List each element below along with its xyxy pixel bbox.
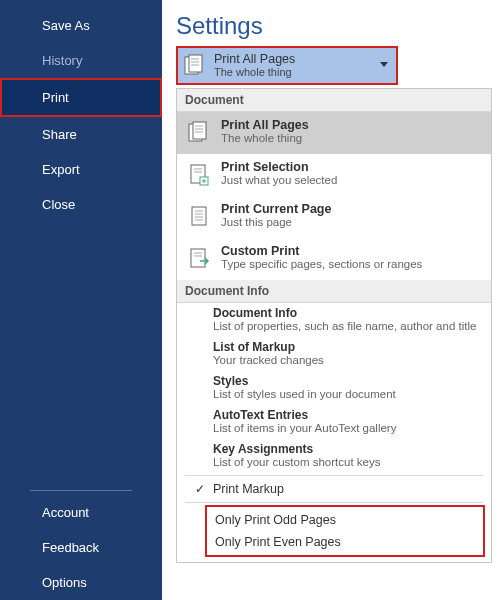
option-title: Print All Pages [221, 118, 309, 132]
option-subtitle: List of properties, such as file name, a… [213, 320, 491, 332]
option-title: Print Markup [213, 482, 284, 496]
sidebar-item-options[interactable]: Options [0, 565, 162, 600]
sidebar-item-share[interactable]: Share [0, 117, 162, 152]
sidebar-item-print[interactable]: Print [0, 78, 162, 117]
sidebar-item-history[interactable]: History [0, 43, 162, 78]
option-title: Custom Print [221, 244, 422, 258]
svg-rect-6 [193, 122, 206, 139]
pages-icon [185, 118, 213, 148]
option-title: Document Info [213, 306, 491, 320]
print-what-dropdown: Document Print All Pages The whole thing… [176, 88, 492, 563]
option-print-markup[interactable]: ✓ Print Markup [177, 478, 491, 500]
sidebar-divider [30, 490, 132, 491]
svg-rect-1 [189, 55, 202, 72]
odd-even-highlight-box: Only Print Odd Pages Only Print Even Pag… [205, 505, 485, 557]
option-subtitle: Just this page [221, 216, 331, 228]
dropdown-divider [185, 475, 483, 476]
selector-title: Print All Pages [214, 52, 295, 66]
page-single-icon [185, 202, 213, 232]
option-title: List of Markup [213, 340, 491, 354]
group-header-document: Document [177, 89, 491, 112]
page-plus-icon [185, 160, 213, 190]
main-panel: Settings Print All Pages The whole thing… [162, 0, 500, 600]
page-arrow-icon [185, 244, 213, 274]
option-list-of-markup[interactable]: List of Markup Your tracked changes [177, 337, 491, 371]
option-key-assignments[interactable]: Key Assignments List of your custom shor… [177, 439, 491, 473]
option-subtitle: Type specific pages, sections or ranges [221, 258, 422, 270]
option-subtitle: Your tracked changes [213, 354, 491, 366]
option-print-selection[interactable]: Print Selection Just what you selected [177, 154, 491, 196]
option-title: Key Assignments [213, 442, 491, 456]
selector-subtitle: The whole thing [214, 66, 295, 79]
option-title: Print Selection [221, 160, 337, 174]
option-print-current-page[interactable]: Print Current Page Just this page [177, 196, 491, 238]
option-subtitle: List of styles used in your document [213, 388, 491, 400]
chevron-down-icon [380, 62, 388, 67]
option-print-all-pages[interactable]: Print All Pages The whole thing [177, 112, 491, 154]
backstage-sidebar: Save As History Print Share Export Close… [0, 0, 162, 600]
option-only-print-even-pages[interactable]: Only Print Even Pages [207, 531, 483, 553]
option-subtitle: List of your custom shortcut keys [213, 456, 491, 468]
sidebar-item-feedback[interactable]: Feedback [0, 530, 162, 565]
option-subtitle: The whole thing [221, 132, 309, 144]
sidebar-item-export[interactable]: Export [0, 152, 162, 187]
option-document-info[interactable]: Document Info List of properties, such a… [177, 303, 491, 337]
sidebar-item-save-as[interactable]: Save As [0, 8, 162, 43]
pages-icon [182, 52, 208, 80]
option-subtitle: Just what you selected [221, 174, 337, 186]
option-styles[interactable]: Styles List of styles used in your docum… [177, 371, 491, 405]
svg-rect-21 [191, 249, 205, 267]
sidebar-item-close[interactable]: Close [0, 187, 162, 222]
option-only-print-odd-pages[interactable]: Only Print Odd Pages [207, 509, 483, 531]
option-title: Print Current Page [221, 202, 331, 216]
svg-rect-16 [192, 207, 206, 225]
checkmark-icon: ✓ [193, 482, 207, 496]
page-title: Settings [176, 12, 492, 40]
option-autotext-entries[interactable]: AutoText Entries List of items in your A… [177, 405, 491, 439]
group-header-document-info: Document Info [177, 280, 491, 303]
dropdown-divider [185, 502, 483, 503]
print-what-selector[interactable]: Print All Pages The whole thing [176, 46, 398, 85]
option-title: AutoText Entries [213, 408, 491, 422]
option-custom-print[interactable]: Custom Print Type specific pages, sectio… [177, 238, 491, 280]
sidebar-item-account[interactable]: Account [0, 495, 162, 530]
option-title: Styles [213, 374, 491, 388]
option-subtitle: List of items in your AutoText gallery [213, 422, 491, 434]
